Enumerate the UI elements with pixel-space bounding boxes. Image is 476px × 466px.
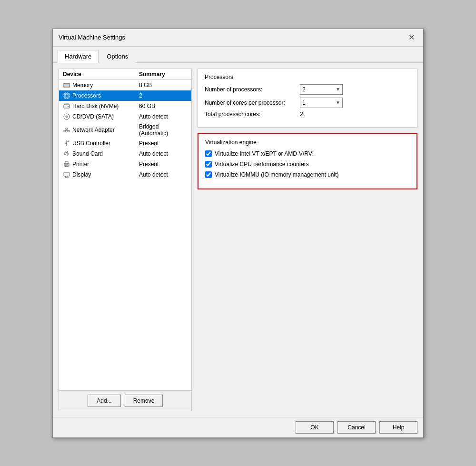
display-icon [63,171,70,178]
virt-option-1-row: Virtualize Intel VT-x/EPT or AMD-V/RVI [205,150,410,157]
device-row-network[interactable]: Network Adapter Bridged (Automatic) [59,122,191,138]
dialog-body: Device Summary Memory 8 GB Processors 2 [53,63,423,417]
display-device-name: Display [72,171,139,178]
title-bar: Virtual Machine Settings ✕ [53,29,423,47]
col-summary-header: Summary [139,71,188,78]
processors-section: Processors Number of processors: 1 2 4 8… [198,69,417,128]
virt-option-3-label: Virtualize IOMMU (IO memory management u… [215,171,339,178]
svg-rect-16 [64,105,69,108]
svg-rect-26 [68,130,69,132]
network-summary: Bridged (Automatic) [139,123,188,137]
svg-line-28 [65,130,67,130]
dialog-window: Virtual Machine Settings ✕ Hardware Opti… [52,29,424,438]
device-row-memory[interactable]: Memory 8 GB [59,80,191,90]
svg-point-34 [65,143,66,144]
sound-device-name: Sound Card [72,150,139,157]
virtualization-section: Virtualization engine Virtualize Intel V… [198,133,417,189]
device-row-processors[interactable]: Processors 2 [59,90,191,101]
sound-summary: Auto detect [139,150,188,157]
device-row-usb[interactable]: USB Controller Present [59,138,191,149]
cores-per-label: Number of cores per processor: [205,99,300,106]
device-row-display[interactable]: Display Auto detect [59,169,191,180]
virt-option-2-row: Virtualize CPU performance counters [205,161,410,168]
window-title: Virtual Machine Settings [59,34,125,41]
svg-line-42 [65,176,66,178]
harddisk-icon [63,102,70,110]
device-list-panel: Device Summary Memory 8 GB Processors 2 [59,69,192,411]
device-buttons: Add... Remove [59,390,191,411]
svg-rect-24 [64,130,66,132]
tab-hardware[interactable]: Hardware [58,50,99,63]
ok-button[interactable]: OK [296,421,334,434]
usb-icon [63,139,70,147]
svg-line-29 [67,130,69,130]
printer-icon [63,160,70,168]
cores-per-select-wrapper[interactable]: 1 2 4 8 ▼ [300,98,343,108]
device-row-harddisk[interactable]: Hard Disk (NVMe) 60 GB [59,101,191,111]
cores-per-select[interactable]: 1 2 4 8 [302,99,340,106]
svg-line-43 [68,176,68,178]
virt-option-3-checkbox[interactable] [205,171,212,178]
total-cores-value: 2 [300,111,303,118]
virt-option-2-label: Virtualize CPU performance counters [215,161,309,168]
svg-point-17 [68,106,69,107]
right-panel: Processors Number of processors: 1 2 4 8… [198,69,417,411]
virt-option-1-checkbox[interactable] [205,150,212,157]
svg-rect-7 [65,94,68,97]
device-row-sound[interactable]: Sound Card Auto detect [59,149,191,159]
memory-icon [63,81,70,89]
svg-marker-35 [64,151,68,156]
virt-option-2-checkbox[interactable] [205,161,212,168]
display-summary: Auto detect [139,171,188,178]
cancel-button[interactable]: Cancel [337,421,376,434]
add-button[interactable]: Add... [88,395,121,407]
virtualization-title: Virtualization engine [205,139,410,146]
printer-summary: Present [139,161,188,168]
processors-section-title: Processors [205,74,410,80]
device-table-header: Device Summary [59,69,191,80]
usb-summary: Present [139,140,188,147]
usb-device-name: USB Controller [72,140,139,147]
footer: OK Cancel Help [53,417,423,437]
processors-device-name: Processors [72,92,139,99]
svg-rect-41 [64,172,69,176]
network-icon [63,126,70,134]
num-processors-label: Number of processors: [205,86,300,93]
svg-rect-6 [64,93,69,98]
cddvd-device-name: CD/DVD (SATA) [72,113,139,120]
memory-summary: 8 GB [139,82,188,89]
printer-device-name: Printer [72,161,139,168]
num-processors-row: Number of processors: 1 2 4 8 ▼ [205,84,410,95]
virt-option-3-row: Virtualize IOMMU (IO memory management u… [205,171,410,178]
network-device-name: Network Adapter [72,127,139,133]
svg-rect-25 [66,128,68,129]
remove-button[interactable]: Remove [125,395,163,407]
processors-summary: 2 [139,92,188,99]
help-button[interactable]: Help [379,421,417,434]
sound-icon [63,150,70,158]
cddvd-icon [63,113,70,120]
tab-bar: Hardware Options [53,47,423,63]
tab-options[interactable]: Options [99,50,135,63]
harddisk-device-name: Hard Disk (NVMe) [72,103,139,109]
harddisk-summary: 60 GB [139,103,188,109]
svg-point-23 [66,116,67,117]
processors-icon [63,92,70,99]
svg-rect-37 [65,161,68,163]
device-row-printer[interactable]: Printer Present [59,159,191,169]
cores-per-row: Number of cores per processor: 1 2 4 8 ▼ [205,98,410,108]
memory-device-name: Memory [72,82,139,89]
cddvd-summary: Auto detect [139,113,188,120]
num-processors-select[interactable]: 1 2 4 8 [302,86,340,93]
virt-option-1-label: Virtualize Intel VT-x/EPT or AMD-V/RVI [215,150,314,157]
col-device-header: Device [63,71,139,78]
close-button[interactable]: ✕ [406,33,417,42]
total-cores-label: Total processor cores: [205,111,300,118]
svg-rect-33 [68,141,69,142]
total-cores-row: Total processor cores: 2 [205,111,410,118]
num-processors-select-wrapper[interactable]: 1 2 4 8 ▼ [300,84,343,95]
device-row-cddvd[interactable]: CD/DVD (SATA) Auto detect [59,111,191,122]
